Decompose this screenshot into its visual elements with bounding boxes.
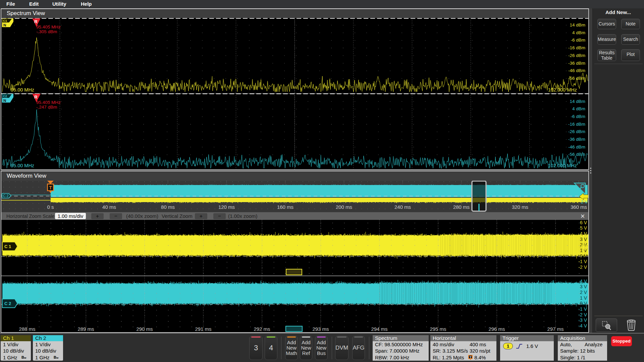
svg-text:95.405 MHz: 95.405 MHz	[36, 24, 61, 29]
svg-text:C 1: C 1	[4, 244, 11, 249]
svg-text:240 ms: 240 ms	[394, 204, 411, 210]
svg-text:C 2: C 2	[4, 301, 11, 306]
svg-text:290 ms: 290 ms	[136, 326, 153, 332]
svg-text:95.00 MHz: 95.00 MHz	[11, 87, 34, 93]
svg-text:-26 dBm: -26 dBm	[568, 53, 585, 58]
svg-text:295 ms: 295 ms	[430, 326, 446, 332]
svg-text:-26 dBm: -26 dBm	[568, 129, 585, 134]
svg-text:3 V: 3 V	[580, 237, 587, 242]
svg-text:T: T	[49, 185, 52, 190]
svg-text:1 V: 1 V	[580, 295, 587, 301]
svg-text:292 ms: 292 ms	[254, 326, 270, 332]
svg-text:360 ms: 360 ms	[571, 204, 587, 210]
svg-text:14 dBm: 14 dBm	[570, 99, 585, 104]
svg-text:-16 dBm: -16 dBm	[568, 45, 585, 50]
svg-text:95.00 MHz: 95.00 MHz	[11, 163, 34, 168]
svg-text:296 ms: 296 ms	[488, 326, 505, 332]
svg-text:4 V: 4 V	[580, 279, 587, 284]
svg-text:40 ms: 40 ms	[102, 204, 116, 210]
svg-text:T: T	[470, 355, 472, 359]
svg-text:289 ms: 289 ms	[77, 326, 94, 332]
svg-text:N: N	[3, 99, 6, 103]
svg-text:102.000 MHz: 102.000 MHz	[548, 87, 577, 93]
svg-text:-46 dBm: -46 dBm	[568, 68, 585, 73]
svg-text:N: N	[3, 23, 6, 27]
svg-text:-56 dBm: -56 dBm	[568, 152, 585, 157]
svg-text:291 ms: 291 ms	[195, 326, 211, 332]
svg-text:-2 V: -2 V	[578, 312, 587, 317]
svg-text:95.405 MHz: 95.405 MHz	[36, 100, 61, 105]
svg-text:3 V: 3 V	[580, 284, 587, 289]
svg-text:6 V: 6 V	[580, 220, 587, 225]
svg-text:C2: C2	[3, 94, 7, 98]
svg-text:4 dBm: 4 dBm	[572, 30, 585, 35]
svg-text:297 ms: 297 ms	[547, 326, 564, 332]
svg-text:-36 dBm: -36 dBm	[568, 137, 585, 142]
svg-text:14 dBm: 14 dBm	[570, 22, 585, 27]
svg-text:293 ms: 293 ms	[312, 326, 329, 332]
svg-text:-1 V: -1 V	[578, 259, 587, 264]
svg-text:294 ms: 294 ms	[371, 326, 387, 332]
svg-text:-36 dBm: -36 dBm	[568, 61, 585, 66]
svg-text:R: R	[34, 19, 38, 24]
svg-text:-.247 dBm: -.247 dBm	[36, 105, 57, 110]
svg-text:160 ms: 160 ms	[277, 204, 293, 210]
svg-text:R: R	[34, 95, 38, 100]
svg-text:4 V: 4 V	[580, 231, 587, 236]
svg-text:0 s: 0 s	[47, 204, 54, 210]
svg-text:-1 V: -1 V	[578, 306, 587, 312]
svg-text:0 V: 0 V	[580, 253, 587, 259]
svg-text:320 ms: 320 ms	[512, 204, 528, 210]
svg-text:C1: C1	[3, 19, 7, 22]
svg-text:-4 V: -4 V	[578, 323, 587, 328]
svg-text:-6 dBm: -6 dBm	[571, 114, 585, 119]
svg-text:4 dBm: 4 dBm	[572, 106, 585, 111]
svg-text:120 ms: 120 ms	[218, 204, 235, 210]
svg-text:-6 dBm: -6 dBm	[571, 38, 585, 43]
svg-text:280 ms: 280 ms	[453, 204, 470, 210]
svg-text:-16 dBm: -16 dBm	[568, 122, 585, 127]
svg-text:-56 dBm: -56 dBm	[568, 76, 585, 81]
svg-text:288 ms: 288 ms	[19, 326, 35, 332]
svg-text:80 ms: 80 ms	[161, 204, 175, 210]
svg-text:-2 V: -2 V	[578, 264, 587, 270]
svg-text:5 V: 5 V	[580, 225, 587, 231]
svg-text:-.305 dBm: -.305 dBm	[36, 29, 57, 34]
svg-text:102.000 MHz: 102.000 MHz	[548, 163, 577, 168]
svg-text:2 V: 2 V	[581, 199, 588, 204]
svg-text:2 V: 2 V	[580, 290, 587, 295]
svg-text:0 V: 0 V	[580, 301, 587, 306]
svg-text:C 2: C 2	[3, 194, 9, 198]
svg-text:200 ms: 200 ms	[336, 204, 352, 210]
svg-text:-46 dBm: -46 dBm	[568, 144, 585, 149]
svg-text:-3 V: -3 V	[578, 317, 587, 323]
